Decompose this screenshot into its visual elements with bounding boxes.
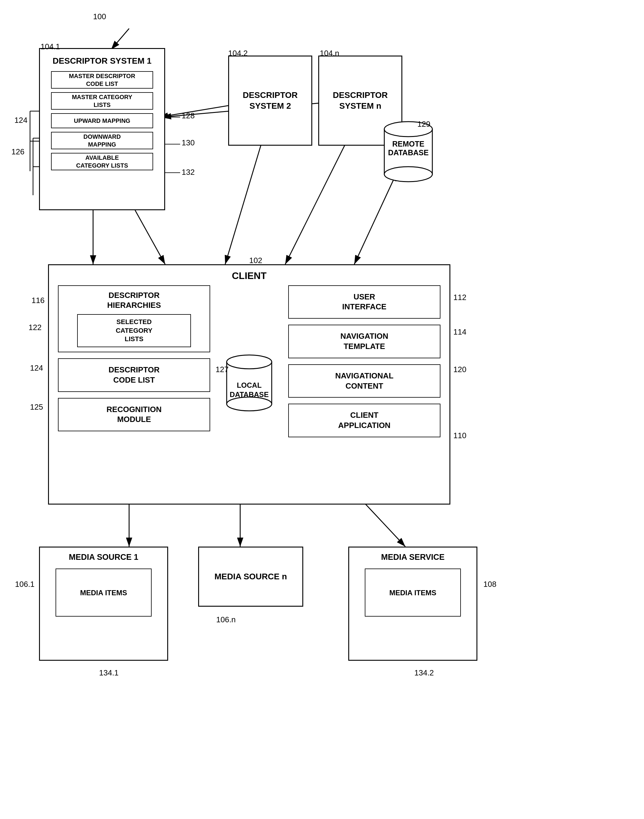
svg-line-7	[225, 144, 261, 264]
remote-database-label: REMOTEDATABASE	[381, 140, 435, 157]
media-source-1-box: MEDIA SOURCE 1 MEDIA ITEMS	[39, 547, 168, 661]
ref-124-top: 124	[14, 116, 27, 125]
remote-database-container: REMOTEDATABASE	[381, 120, 435, 187]
descriptor-system-1-box: DESCRIPTOR SYSTEM 1 MASTER DESCRIPTORCOD…	[39, 48, 165, 210]
selected-category-lists-box: SELECTEDCATEGORYLISTS	[77, 314, 191, 347]
ref-134-2: 134.2	[414, 668, 434, 678]
ref-100: 100	[93, 12, 106, 21]
master-descriptor-code-list-box: MASTER DESCRIPTORCODE LIST	[51, 71, 153, 89]
ref-104-2: 104.2	[228, 49, 248, 58]
ref-104-1: 104.1	[40, 42, 60, 51]
svg-line-9	[285, 144, 345, 264]
descriptor-hierarchies-container: DESCRIPTORHIERARCHIES SELECTEDCATEGORYLI…	[58, 285, 210, 352]
media-source-n-label: MEDIA SOURCE n	[215, 571, 287, 582]
client-label: CLIENT	[49, 265, 449, 285]
media-service-box: MEDIA SERVICE MEDIA ITEMS	[348, 547, 477, 661]
ref-127: 127	[216, 365, 228, 374]
ref-106-1: 106.1	[15, 580, 35, 589]
diagram: 100 DESCRIPTOR SYSTEM 1 MASTER DESCRIPTO…	[0, 0, 644, 819]
svg-point-41	[227, 355, 272, 369]
descriptor-code-list-box: DESCRIPTORCODE LIST	[58, 358, 210, 392]
media-source-n-box: MEDIA SOURCE n	[198, 547, 303, 607]
media-source-1-label: MEDIA SOURCE 1	[69, 552, 138, 563]
media-items-2-box: MEDIA ITEMS	[365, 569, 461, 617]
user-interface-box: USERINTERFACE	[288, 285, 440, 319]
navigation-template-box: NAVIGATIONTEMPLATE	[288, 325, 440, 358]
local-database-label: LOCALDATABASE	[224, 380, 275, 399]
ref-125: 125	[30, 402, 43, 412]
ref-129: 129	[417, 120, 430, 129]
ref-114: 114	[453, 327, 466, 337]
ref-102: 102	[249, 256, 262, 265]
master-category-lists-box: MASTER CATEGORYLISTS	[51, 92, 153, 110]
ref-108: 108	[483, 580, 496, 589]
descriptor-system-1-label: DESCRIPTOR SYSTEM 1	[51, 52, 153, 69]
upward-mapping-box: UPWARD MAPPING	[51, 113, 153, 128]
ref-130: 130	[182, 138, 195, 147]
svg-line-6	[135, 210, 165, 264]
descriptor-hierarchies-label: DESCRIPTORHIERARCHIES	[63, 290, 205, 311]
descriptor-system-2-label: DESCRIPTORSYSTEM 2	[242, 90, 297, 112]
ref-104-n: 104.n	[320, 49, 339, 58]
svg-line-15	[360, 498, 405, 547]
ref-110: 110	[453, 431, 466, 440]
media-service-label: MEDIA SERVICE	[381, 552, 445, 563]
downward-mapping-box: DOWNWARDMAPPING	[51, 132, 153, 149]
available-category-lists-box: AVAILABLECATEGORY LISTS	[51, 153, 153, 170]
svg-line-11	[354, 180, 393, 264]
ref-134-1: 134.1	[99, 668, 119, 678]
ref-120: 120	[453, 365, 466, 374]
descriptor-system-2-box: DESCRIPTORSYSTEM 2	[228, 55, 312, 146]
ref-126: 126	[11, 147, 24, 156]
ref-112: 112	[453, 293, 466, 302]
client-box: CLIENT DESCRIPTORHIERARCHIES SELECTEDCAT…	[48, 264, 450, 505]
recognition-module-box: RECOGNITIONMODULE	[58, 398, 210, 432]
ref-132: 132	[182, 167, 195, 177]
media-items-1-box: MEDIA ITEMS	[55, 569, 152, 617]
ref-122: 122	[29, 323, 41, 332]
svg-line-4	[111, 29, 129, 49]
navigational-content-box: NAVIGATIONALCONTENT	[288, 364, 440, 398]
ref-124-bottom: 124	[30, 363, 43, 373]
client-application-box: CLIENTAPPLICATION	[288, 403, 440, 437]
descriptor-system-n-label: DESCRIPTORSYSTEM n	[333, 90, 388, 112]
ref-128: 128	[182, 111, 195, 120]
local-database-container: LOCALDATABASE	[222, 285, 276, 504]
ref-116: 116	[32, 296, 44, 305]
svg-point-39	[384, 167, 432, 182]
ref-106-n: 106.n	[216, 615, 236, 624]
